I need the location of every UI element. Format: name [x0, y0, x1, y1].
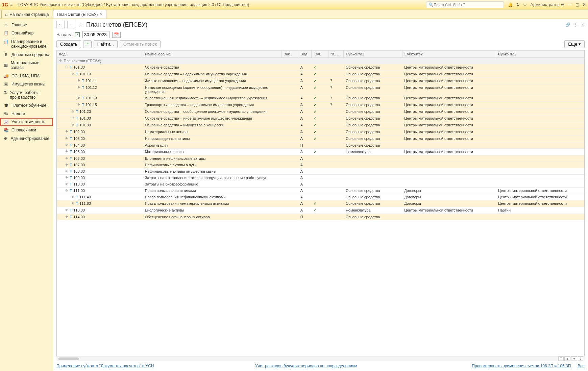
col-name[interactable]: Наименование — [143, 51, 282, 58]
table-row[interactable]: ⊖ T 101.20Основные средства – особо ценн… — [57, 108, 584, 115]
scroll-bottom-icon[interactable]: ⤓ — [578, 356, 583, 361]
expander-icon[interactable]: ⊕ — [65, 143, 69, 147]
sidebar-item-3[interactable]: ₽Денежные средства — [0, 51, 53, 59]
expander-icon[interactable]: ⊕ — [65, 163, 69, 166]
table-row[interactable]: ⊕ T 107.00Нефинансовые активы в путиА — [57, 162, 584, 168]
minimize-icon[interactable]: — — [568, 2, 572, 7]
more-button[interactable]: Еще ▾ — [564, 40, 585, 48]
expander-icon[interactable]: ⊖ — [71, 109, 75, 113]
table-row[interactable]: ⊕ T 101.13Инвестиционная недвижимость – … — [57, 95, 584, 102]
favorite-icon[interactable]: ☆ — [78, 21, 83, 28]
nav-back-button[interactable]: ← — [56, 21, 65, 28]
table-row[interactable]: ⊕ T 101.11Жилые помещения – недвижимое и… — [57, 78, 584, 84]
sidebar-item-10[interactable]: 📈Учет и отчетность — [0, 118, 53, 126]
expander-icon[interactable]: ⊕ — [65, 208, 69, 212]
scroll-thumb[interactable] — [58, 357, 79, 360]
scroll-down-icon[interactable]: ▼ — [571, 356, 577, 361]
expander-icon[interactable]: ⊕ — [77, 96, 81, 99]
expander-icon[interactable]: ⊖ — [71, 116, 75, 120]
group-header-row[interactable]: ⊖ План счетов (ЕПСБУ) — [57, 58, 584, 64]
table-row[interactable]: ⊕ T 110.00Затраты на биотрасформациюА — [57, 181, 584, 188]
table-row[interactable]: ⊕ T 111.40Права пользования нефинансовым… — [57, 194, 584, 200]
create-button[interactable]: Создать — [56, 40, 81, 48]
sidebar-item-12[interactable]: ⚙Администрирование — [0, 134, 53, 143]
search-box[interactable]: 🔍 — [426, 1, 504, 8]
table-row[interactable]: ⊕ T 113.00Биологические активыА✓Номенкла… — [57, 207, 584, 214]
col-s2[interactable]: Субконто2 — [402, 51, 496, 58]
footer-link-mid[interactable]: Учет расходов будущих периодов по подраз… — [255, 364, 357, 368]
expander-icon[interactable]: ⊕ — [77, 85, 81, 89]
sidebar-item-5[interactable]: 🚚ОС, НМА, НПА — [0, 72, 53, 80]
link-icon[interactable]: 🔗 — [565, 22, 570, 27]
bell-icon[interactable]: 🔔 — [508, 2, 513, 7]
table-row[interactable]: ⊖ T 101.90Основные средства – имущество … — [57, 122, 584, 129]
find-button[interactable]: Найти... — [94, 40, 118, 48]
user-button[interactable]: Администратор ☰ — [530, 2, 565, 7]
maximize-icon[interactable]: ▢ — [575, 2, 579, 7]
table-row[interactable]: ⊕ T 111.60Права пользования нематериальн… — [57, 200, 584, 207]
scroll-up-icon[interactable]: ▲ — [564, 356, 570, 361]
horizontal-scrollbar[interactable]: ⤒ ▲ ▼ ⤓ — [56, 356, 585, 361]
sidebar-item-2[interactable]: 📊Планирование и санкционирование — [0, 38, 53, 51]
expander-icon[interactable]: ⊖ — [65, 65, 69, 69]
scroll-top-icon[interactable]: ⤒ — [558, 356, 564, 361]
table-row[interactable]: ⊕ T 101.15Транспортные средства – недвиж… — [57, 102, 584, 108]
col-no[interactable]: № ... — [328, 51, 344, 58]
col-code[interactable]: Код — [57, 51, 143, 58]
table-row[interactable]: ⊖ T 101.10Основные средства – недвижимое… — [57, 71, 584, 78]
tab-close-icon[interactable]: ✕ — [100, 12, 103, 17]
col-s3[interactable]: Субконто3 — [496, 51, 584, 58]
table-row[interactable]: ⊕ T 104.00АмортизацияПОсновные средства — [57, 142, 584, 149]
footer-link-right[interactable]: Правомерность применения счетов 106.2П и… — [472, 364, 571, 368]
expander-icon[interactable]: ⊕ — [71, 195, 75, 198]
date-picker-icon[interactable]: 📅 — [112, 32, 121, 38]
history-icon[interactable]: ↻ — [516, 2, 520, 7]
col-kol[interactable]: Кол. — [312, 51, 328, 58]
table-row[interactable]: ⊖ T 101.30Основные средства – иное движи… — [57, 115, 584, 122]
cancel-find-button[interactable]: Отменить поиск — [120, 40, 161, 48]
sidebar-item-8[interactable]: 🎓Платное обучение — [0, 101, 53, 109]
sidebar-item-7[interactable]: ⚗Услуги, работы, производство — [0, 89, 53, 102]
date-input[interactable] — [82, 31, 109, 38]
expander-icon[interactable]: ⊖ — [59, 59, 63, 62]
expander-icon[interactable]: ⊕ — [65, 176, 69, 179]
table-row[interactable]: ⊕ T 108.00Нефинансовые активы имущества … — [57, 168, 584, 175]
expander-icon[interactable]: ⊕ — [77, 79, 81, 82]
tab-chart-of-accounts[interactable]: План счетов (ЕПСБУ) ✕ — [53, 10, 106, 19]
expander-icon[interactable]: ⊕ — [65, 156, 69, 160]
search-input[interactable] — [434, 3, 501, 7]
sidebar-item-9[interactable]: %Налоги — [0, 110, 53, 118]
expander-icon[interactable]: ⊕ — [71, 201, 75, 205]
close-panel-icon[interactable]: ✕ — [581, 22, 585, 27]
menu-icon[interactable]: ≡ — [10, 2, 16, 7]
expander-icon[interactable]: ⊖ — [71, 72, 75, 75]
table-row[interactable]: ⊖ T 101.00Основные средстваА✓Основные ср… — [57, 64, 584, 71]
expander-icon[interactable]: ⊕ — [65, 169, 69, 173]
expander-icon[interactable]: ⊕ — [65, 130, 69, 133]
table-row[interactable]: ⊖ T 111.00Права пользования активамиАОсн… — [57, 188, 584, 194]
expander-icon[interactable]: ⊕ — [77, 103, 81, 106]
kebab-icon[interactable]: ⋮ — [574, 22, 578, 27]
date-checkbox[interactable]: ✓ — [75, 32, 80, 37]
table-row[interactable]: ⊕ T 102.00Нематериальные активыА✓Основны… — [57, 129, 584, 135]
tab-home[interactable]: ⌂ Начальная страница — [1, 10, 52, 19]
sidebar-item-4[interactable]: ▦Материальные запасы — [0, 59, 53, 72]
col-s1[interactable]: Субконто1 — [344, 51, 402, 58]
close-icon[interactable]: ✕ — [583, 2, 586, 7]
table-row[interactable]: ⊕ T 109.00Затраты на изготовление готово… — [57, 175, 584, 181]
star-icon[interactable]: ☆ — [523, 2, 527, 7]
table-row[interactable]: ⊕ T 103.00Непроизведенные активыА✓Основн… — [57, 135, 584, 142]
table-row[interactable]: ⊕ T 105.00Материальные запасыА✓Номенклат… — [57, 149, 584, 155]
table-row[interactable]: ⊕ T 101.12Нежилые помещения (здания и со… — [57, 84, 584, 95]
table-row[interactable]: ⊕ T 106.00Вложения в нефинансовые активы… — [57, 155, 584, 162]
expander-icon[interactable]: ⊕ — [65, 182, 69, 186]
col-vid[interactable]: Вид — [298, 51, 312, 58]
sidebar-item-6[interactable]: 🏛Имущество казны — [0, 80, 53, 88]
footer-link-left[interactable]: Применение субконто "Документы расчетов"… — [56, 364, 154, 368]
expander-icon[interactable]: ⊕ — [65, 215, 69, 218]
refresh-button[interactable]: ⟳ — [83, 40, 92, 48]
sidebar-item-11[interactable]: 📚Справочники — [0, 126, 53, 134]
sidebar-item-1[interactable]: 📋Органайзер — [0, 29, 53, 37]
nav-forward-button[interactable]: → — [67, 21, 75, 28]
table-row[interactable]: ⊕ T 114.00Обесценение нефинансовых актив… — [57, 214, 584, 220]
